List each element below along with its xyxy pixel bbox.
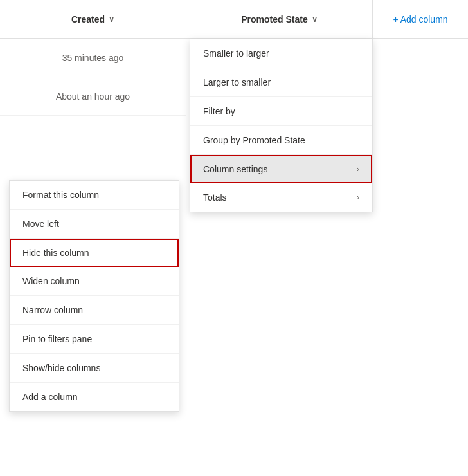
menu-item-narrow-column[interactable]: Narrow column [10,296,179,325]
menu-item-filter-by-label: Filter by [203,106,235,116]
totals-arrow-icon: › [357,193,359,202]
menu-item-format-column[interactable]: Format this column [10,181,179,210]
created-value-1: 35 minutes ago [62,53,124,63]
menu-item-column-settings[interactable]: Column settings › [190,155,372,183]
created-column-header[interactable]: Created ∨ [0,0,186,38]
add-column-header[interactable]: + Add column [373,0,468,38]
promoted-state-context-menu: Smaller to larger Larger to smaller Filt… [190,39,373,212]
created-value-2: About an hour ago [56,91,130,102]
header-row: Created ∨ Promoted State ∨ + Add column [0,0,468,39]
column-settings-arrow-icon: › [357,165,359,174]
menu-item-smaller-to-larger-label: Smaller to larger [203,48,269,59]
promoted-state-column-header[interactable]: Promoted State ∨ [186,0,373,38]
created-label: Created [71,14,105,24]
menu-item-format-column-label: Format this column [22,190,99,200]
menu-item-narrow-column-label: Narrow column [22,305,83,315]
menu-item-show-hide-columns[interactable]: Show/hide columns [10,354,179,383]
menu-item-totals[interactable]: Totals › [190,183,372,212]
menu-item-show-hide-columns-label: Show/hide columns [22,363,100,373]
menu-item-group-by[interactable]: Group by Promoted State [190,126,372,155]
promoted-state-chevron-icon: ∨ [312,15,318,24]
menu-item-group-by-label: Group by Promoted State [203,135,305,145]
menu-item-widen-column-label: Widen column [22,276,80,286]
menu-item-hide-column-label: Hide this column [22,248,89,258]
menu-item-hide-column[interactable]: Hide this column [10,239,179,267]
menu-item-move-left[interactable]: Move left [10,210,179,239]
menu-item-column-settings-label: Column settings [203,164,267,174]
menu-item-add-column-label: Add a column [22,392,78,402]
table-row: 35 minutes ago [0,39,186,77]
menu-item-pin-filters-label: Pin to filters pane [22,334,92,344]
menu-item-totals-label: Totals [203,192,227,203]
menu-item-smaller-to-larger[interactable]: Smaller to larger [190,39,372,68]
created-context-menu: Format this column Move left Hide this c… [9,180,179,412]
menu-item-move-left-label: Move left [22,219,59,229]
table-row: About an hour ago [0,77,186,116]
menu-item-larger-to-smaller-label: Larger to smaller [203,77,271,87]
page-container: Created ∨ Promoted State ∨ + Add column … [0,0,468,476]
add-column-label: + Add column [393,14,447,24]
menu-item-widen-column[interactable]: Widen column [10,267,179,296]
menu-item-add-column[interactable]: Add a column [10,383,179,411]
menu-item-larger-to-smaller[interactable]: Larger to smaller [190,68,372,97]
created-chevron-icon: ∨ [109,15,114,24]
menu-item-pin-filters[interactable]: Pin to filters pane [10,325,179,354]
menu-item-filter-by[interactable]: Filter by [190,97,372,126]
promoted-state-label: Promoted State [241,14,307,24]
